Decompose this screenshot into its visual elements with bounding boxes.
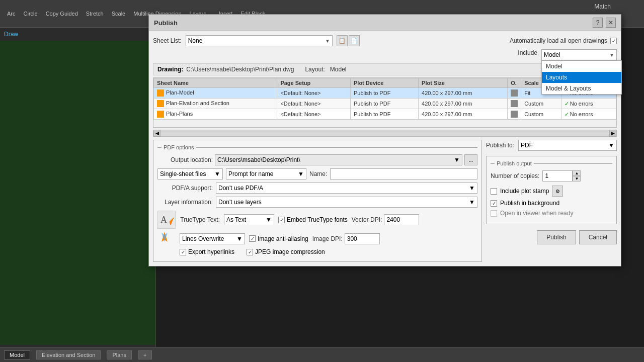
output-title: Publish output [491,160,612,166]
bottom-buttons: Publish Cancel [486,230,617,244]
plot-stamp-label: Include plot stamp [500,188,549,195]
include-option-model[interactable]: Model [542,61,621,72]
jpeg-checkbox[interactable] [247,249,253,255]
include-option-layouts[interactable]: Layouts [542,72,621,83]
publish-button[interactable]: Publish [537,230,576,244]
pdf-panel-title: PDF options [157,144,477,150]
truetype-label: TrueType Text: [180,216,220,223]
include-dropdown-container: Model ▼ Model Layouts Model & Layouts [541,49,617,60]
table-row[interactable]: Plan-Plans <Default: None> Publish to PD… [154,109,616,120]
anti-alias-label: Image anti-aliasing [258,235,308,242]
include-value: Model [544,51,560,58]
sheet-files-select[interactable]: Single-sheet files ▼ [157,168,223,179]
cancel-button[interactable]: Cancel [579,230,617,244]
embed-label: Embed TrueType fonts [287,216,348,223]
sheet-icons: 📋 📄 [337,35,360,46]
scroll-right[interactable]: ▶ [609,130,616,137]
output-location-label: Output location: [157,156,213,163]
publish-to-label: Publish to: [486,142,514,149]
pdfa-select[interactable]: Don't use PDF/A ▼ [216,183,477,194]
tab-add[interactable]: + [138,350,152,359]
lines-select[interactable]: Lines Overwrite ▼ [180,233,245,244]
plot-stamp-checkbox[interactable] [491,188,497,195]
sheet-icon-2[interactable]: 📄 [349,35,360,46]
copies-control: ▲ ▼ [542,170,581,182]
tab-elevation[interactable]: Elevation and Section [36,350,101,359]
modal-title: Publish [154,19,178,27]
copies-input[interactable] [542,170,573,182]
toolbar-arc[interactable]: Arc [4,10,19,18]
tab-plans[interactable]: Plans [107,350,132,359]
pdf-panel: PDF options Output location: C:\Users\ms… [153,140,482,262]
stamp-settings-icon[interactable]: ⚙ [552,186,563,197]
toolbar-match[interactable]: Match [591,2,614,11]
publish-to-select[interactable]: PDF ▼ [518,140,617,151]
col-plot-size: Plot Size [419,78,508,88]
layout-value: Model [330,66,347,73]
output-title-text: Publish output [497,160,532,166]
lower-section: PDF options Output location: C:\Users\ms… [153,140,617,262]
pdf-title-text: PDF options [164,144,194,150]
drawing-path: C:\Users\msabe\Desktop\Print\Plan.dwg [186,66,294,73]
truetype-icon: A [157,211,176,229]
col-page-setup: Page Setup [277,78,351,88]
include-option-both[interactable]: Model & Layouts [542,83,621,94]
truetype-select[interactable]: As Text ▼ [224,214,274,225]
include-dropdown[interactable]: Model ▼ [541,49,617,60]
prompt-name-select[interactable]: Prompt for name ▼ [226,168,306,179]
copies-down[interactable]: ▼ [573,176,581,182]
sheet-list-row: Sheet List: None ▼ 📋 📄 Automatically loa… [153,35,617,46]
sheet-list-label: Sheet List: [153,37,182,44]
copies-row: Number of copies: ▲ ▼ [491,170,612,182]
drawing-label: Drawing: [157,66,183,73]
col-o: O. [508,78,521,88]
auto-load-checkbox[interactable] [610,38,617,44]
h-scrollbar[interactable]: ◀ ▶ [153,130,617,137]
scroll-track[interactable] [160,130,609,136]
embed-checkbox[interactable] [278,217,285,223]
vector-dpi-label: Vector DPI: [352,216,382,223]
image-dpi-label: Image DPI: [312,235,343,242]
toolbar-copy[interactable]: Copy Guided [43,10,81,18]
background-label: Publish in background [500,200,559,207]
publish-modal: Publish ? ✕ Sheet List: None ▼ 📋 📄 Autom… [148,14,621,266]
help-button[interactable]: ? [593,18,603,28]
right-panel: Publish to: PDF ▼ Publish output Number … [486,140,617,262]
include-label: Include [518,49,537,56]
lines-row: Lines Overwrite ▼ Image anti-aliasing Im… [157,231,477,246]
vector-dpi-input[interactable] [384,214,419,225]
toolbar-scale[interactable]: Scale [109,10,129,18]
background-checkbox[interactable] [491,200,497,207]
include-arrow: ▼ [609,52,614,58]
vector-dpi-group: Vector DPI: [352,214,477,225]
toolbar-circle[interactable]: Circle [21,10,41,18]
browse-button[interactable]: ... [464,154,477,165]
include-row: Include Model ▼ Model Layouts Model & La… [153,49,617,60]
viewer-checkbox[interactable] [491,210,497,217]
draw-label: Draw [0,28,155,41]
export-links-row: Export hyperlinks [180,248,234,255]
name-label: Name: [309,170,327,177]
name-input[interactable] [330,168,477,179]
toolbar-stretch[interactable]: Stretch [83,10,107,18]
output-location-input[interactable]: C:\Users\msabe\Desktop\Print\ ▼ [215,154,462,165]
layer-info-select[interactable]: Don't use layers ▼ [216,197,477,208]
sheet-icon-1[interactable]: 📋 [337,35,348,46]
truetype-row: A TrueType Text: As Text ▼ Embed TrueTyp… [157,211,477,229]
sheet-list-arrow: ▼ [325,38,330,44]
export-links-checkbox[interactable] [180,249,186,255]
scroll-left[interactable]: ◀ [153,130,160,137]
image-dpi-input[interactable] [345,233,380,244]
left-panel: Draw [0,28,156,347]
layout-label: Layout: [305,66,325,73]
anti-alias-checkbox[interactable] [249,235,256,242]
close-button[interactable]: ✕ [606,18,616,28]
sheet-list-select[interactable]: None ▼ [186,35,333,46]
copies-up[interactable]: ▲ [573,170,581,176]
tab-model[interactable]: Model [4,350,30,359]
modal-controls: ? ✕ [593,18,616,28]
layer-info-row: Layer information: Don't use layers ▼ [157,197,477,208]
lines-icon-placeholder [157,231,176,246]
modal-body: Sheet List: None ▼ 📋 📄 Automatically loa… [149,31,621,266]
table-row[interactable]: Plan-Elvation and Section <Default: None… [154,99,616,109]
